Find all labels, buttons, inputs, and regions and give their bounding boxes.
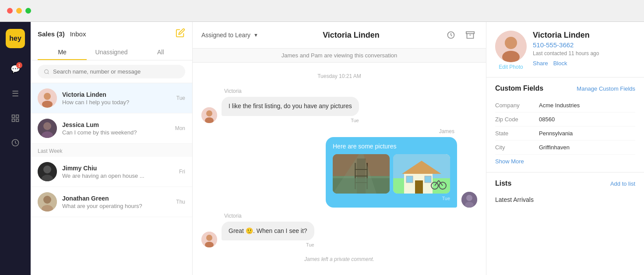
history-icon-button[interactable] [444, 28, 458, 42]
lists-header: Lists Add to list [495, 180, 635, 187]
msg-time-victoria-1: Tue [222, 118, 359, 123]
conv-preview: We are having an open house ... [62, 173, 174, 179]
field-label-state: State [495, 130, 539, 137]
conv-header-icons [444, 28, 477, 42]
svg-rect-20 [466, 32, 474, 34]
assigned-chevron: ▼ [253, 32, 258, 38]
conv-time: Tue [176, 95, 185, 101]
msg-bubble-victoria-1: I like the first listing, do you have an… [222, 97, 359, 116]
field-value-company: Acme Industries [539, 102, 580, 109]
conv-name: Victoria Linden [62, 91, 171, 98]
conv-list-panel: Sales (3) Inbox Me Unassigned All [31, 22, 193, 275]
nav-contacts-icon[interactable] [7, 110, 23, 126]
conv-list-header: Sales (3) Inbox Me Unassigned All [31, 22, 192, 60]
svg-point-9 [42, 101, 53, 108]
block-link[interactable]: Block [553, 60, 567, 67]
svg-rect-0 [12, 115, 15, 118]
conv-info-jimmy: Jimmy Chiu We are having an open house .… [62, 165, 174, 179]
logo[interactable]: hey [6, 29, 25, 48]
custom-fields-title: Custom Fields [495, 85, 543, 92]
search-input[interactable] [53, 68, 179, 75]
conv-item-jonathan[interactable]: Jonathan Green What are your operating h… [31, 187, 192, 217]
conv-avatar-jonathan [38, 192, 57, 212]
maximize-button[interactable] [25, 8, 31, 14]
inbox-dropdown[interactable]: Inbox [70, 30, 86, 38]
svg-point-8 [44, 93, 51, 100]
conv-time: Fri [179, 169, 185, 175]
conv-item-jimmy[interactable]: Jimmy Chiu We are having an open house .… [31, 157, 192, 187]
manage-custom-fields-link[interactable]: Manage Custom Fields [577, 85, 635, 92]
contact-name: Victoria Linden [533, 31, 635, 40]
search-input-wrap [38, 65, 185, 78]
svg-point-53 [505, 37, 517, 49]
conv-name: Jessica Lum [62, 121, 170, 128]
svg-point-17 [43, 196, 51, 204]
svg-line-6 [48, 73, 49, 74]
sidebar-nav: hey 💬 1 ☰ [0, 22, 31, 275]
contact-actions: Share Block [533, 60, 635, 67]
image-thumb-1[interactable] [333, 154, 390, 194]
svg-point-5 [45, 70, 49, 74]
svg-point-50 [206, 235, 212, 241]
field-label-company: Company [495, 102, 539, 109]
field-value-state: Pennsylvania [539, 130, 573, 137]
nav-history-icon[interactable] [7, 135, 23, 151]
share-link[interactable]: Share [533, 60, 548, 67]
archive-icon-button[interactable] [463, 28, 477, 42]
close-button[interactable] [7, 8, 13, 14]
conv-name: Jimmy Chiu [62, 165, 174, 172]
lists-section: Lists Add to list Latest Arrivals [486, 173, 644, 213]
conv-main: Assigned to Leary ▼ Victoria Linden [193, 22, 486, 275]
custom-fields-section: Custom Fields Manage Custom Fields Compa… [486, 78, 644, 173]
chat-badge: 1 [16, 62, 22, 68]
contact-last-contacted: Last contacted 11 hours ago [533, 50, 635, 56]
image-thumb-2[interactable] [393, 154, 450, 194]
msg-group-james: James Here are some pictures [201, 128, 477, 208]
field-zipcode: Zip Code 08560 [495, 113, 635, 127]
show-more-link[interactable]: Show More [495, 158, 524, 165]
conv-item-jessica[interactable]: Jessica Lum Can I come by this weekend? … [31, 113, 192, 144]
msg-bubble-james: Here are some pictures [326, 137, 457, 208]
edit-photo-link[interactable]: Edit Photo [499, 64, 523, 70]
nav-list-icon[interactable]: ☰ [7, 86, 23, 102]
conv-time: Thu [176, 199, 185, 205]
msg-group-victoria-1: Victoria I like the first listing, do yo… [201, 88, 477, 123]
conv-info-jonathan: Jonathan Green What are your operating h… [62, 195, 171, 209]
svg-point-14 [43, 166, 51, 173]
conv-tabs: Me Unassigned All [38, 45, 185, 60]
field-label-city: City [495, 144, 539, 151]
msg-images [333, 154, 450, 194]
conv-info-victoria: Victoria Linden How can I help you today… [62, 91, 171, 106]
msg-avatar-james [461, 192, 477, 208]
viewers-bar: James and Pam are viewing this conversat… [193, 49, 486, 63]
right-panel: Edit Photo Victoria Linden 510-555-3662 … [486, 22, 644, 275]
nav-chat-icon[interactable]: 💬 1 [7, 61, 23, 77]
list-item-latest-arrivals: Latest Arrivals [495, 194, 635, 206]
msg-bubble-victoria-2: Great 🙂. When can I see it? [222, 222, 314, 241]
tab-unassigned[interactable]: Unassigned [87, 45, 136, 60]
svg-rect-42 [415, 180, 423, 194]
tab-all[interactable]: All [136, 45, 185, 60]
svg-rect-43 [406, 176, 413, 183]
assigned-dropdown[interactable]: Assigned to Leary ▼ [201, 32, 258, 39]
contact-avatar [495, 31, 527, 62]
minimize-button[interactable] [16, 8, 22, 14]
contact-avatar-wrap: Edit Photo [495, 31, 527, 70]
conv-section-label: Last Week [31, 144, 192, 157]
conv-avatar-jimmy [38, 162, 57, 181]
field-value-city: Griffinhaven [539, 144, 570, 151]
conv-items: Victoria Linden How can I help you today… [31, 83, 192, 275]
conv-item-victoria[interactable]: Victoria Linden How can I help you today… [31, 83, 192, 113]
msg-group-victoria-2: Victoria Great 🙂. When can I see it? Tue [201, 213, 477, 248]
tab-me[interactable]: Me [38, 45, 87, 60]
svg-rect-3 [12, 119, 15, 122]
conv-preview: How can I help you today? [62, 99, 171, 106]
compose-button[interactable] [176, 28, 185, 40]
traffic-lights [7, 8, 31, 14]
add-to-list-link[interactable]: Add to list [610, 180, 635, 187]
sales-dropdown[interactable]: Sales (3) [38, 30, 65, 38]
svg-rect-44 [425, 176, 431, 183]
conv-info-jessica: Jessica Lum Can I come by this weekend? [62, 121, 170, 136]
field-company: Company Acme Industries [495, 99, 635, 113]
svg-point-26 [466, 195, 472, 201]
